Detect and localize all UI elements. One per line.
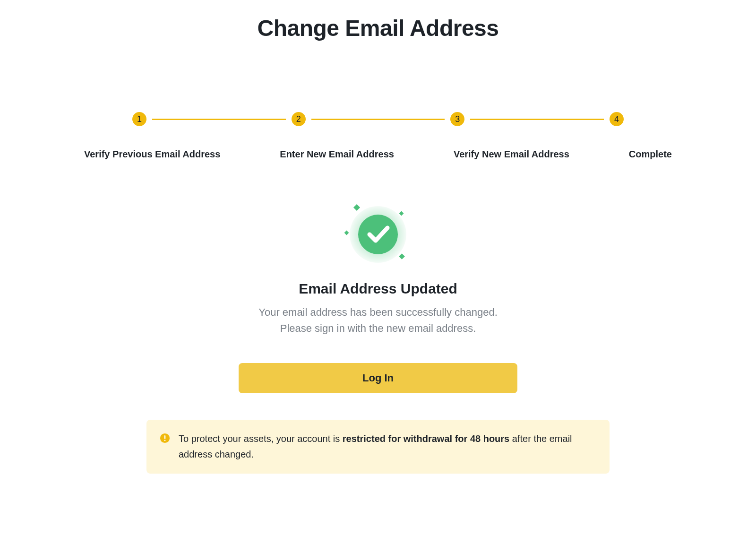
success-description: Your email address has been successfully…: [239, 304, 517, 337]
progress-stepper: 1 2 3 4 Verify Previous Email Address En…: [80, 112, 676, 160]
step-dot-2: 2: [292, 112, 306, 126]
page-title: Change Email Address: [0, 15, 756, 41]
step-line: [470, 119, 604, 120]
step-line: [311, 119, 445, 120]
svg-point-1: [358, 215, 398, 254]
alert-strong: restricted for withdrawal for 48 hours: [343, 433, 509, 444]
success-section: Email Address Updated Your email address…: [239, 201, 517, 393]
stepper-track: 1 2 3 4: [80, 112, 676, 126]
stepper-labels: Verify Previous Email Address Enter New …: [80, 149, 676, 160]
step-dot-4: 4: [610, 112, 624, 126]
svg-rect-7: [164, 435, 166, 439]
step-label-2: Enter New Email Address: [280, 149, 394, 160]
step-dot-3: 3: [450, 112, 464, 126]
step-dot-1: 1: [132, 112, 146, 126]
alert-message: To protect your assets, your account is …: [179, 431, 596, 462]
warning-icon: [160, 433, 170, 443]
step-line: [152, 119, 286, 120]
login-button[interactable]: Log In: [239, 363, 517, 393]
svg-rect-4: [399, 211, 404, 216]
step-label-4: Complete: [629, 149, 672, 160]
svg-rect-3: [344, 231, 349, 235]
withdrawal-restriction-alert: To protect your assets, your account is …: [146, 420, 610, 474]
change-email-page: Change Email Address 1 2 3 4 Verify Prev…: [0, 0, 756, 474]
svg-rect-5: [399, 253, 405, 259]
svg-point-8: [164, 440, 166, 441]
success-check-icon: [340, 201, 416, 268]
success-heading: Email Address Updated: [239, 281, 517, 297]
step-label-3: Verify New Email Address: [454, 149, 569, 160]
step-label-1: Verify Previous Email Address: [84, 149, 220, 160]
alert-prefix: To protect your assets, your account is: [179, 433, 343, 444]
svg-rect-2: [353, 204, 360, 211]
